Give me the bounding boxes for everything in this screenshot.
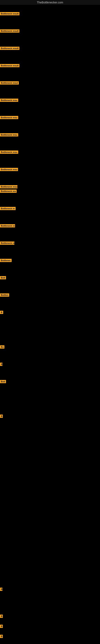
result-badge: Bottleneck re	[0, 224, 15, 228]
result-item: Bottleneck resu	[0, 116, 18, 120]
result-item: Bottlenec	[0, 259, 12, 263]
result-item: Bottleneck re	[0, 242, 14, 246]
result-badge: Bottleneck res	[0, 190, 17, 193]
result-badge: Bottleneck resu	[0, 168, 18, 171]
result-badge: Bottleneck resu	[0, 185, 17, 188]
result-badge: Bottleneck re	[0, 207, 16, 210]
result-badge: B	[0, 614, 3, 618]
result-badge: Bott	[0, 380, 6, 383]
result-item: Bott	[0, 380, 6, 384]
result-badge: B	[0, 311, 3, 314]
result-item: B	[0, 588, 2, 592]
result-item: Bottleneck resu	[0, 98, 18, 103]
result-badge: Bottleneck resu	[0, 133, 18, 136]
result-badge: Bottlen	[0, 294, 9, 297]
site-title: TheBottlenecker.com	[0, 0, 100, 5]
result-item: B	[0, 635, 3, 639]
result-badge: B	[0, 588, 2, 591]
result-badge: B	[0, 363, 2, 366]
result-item: Bott	[0, 276, 6, 280]
result-item: Bottlen	[0, 294, 9, 298]
result-badge: B	[0, 635, 3, 638]
result-item: Bottleneck result	[0, 12, 19, 16]
result-badge: Bottlenec	[0, 259, 12, 262]
result-badge: Bottleneck result	[0, 12, 19, 15]
result-item: Bottleneck re	[0, 207, 16, 211]
result-badge: Bottleneck result	[0, 47, 19, 50]
result-item: Bottleneck res	[0, 190, 17, 194]
result-badge: Bottleneck resu	[0, 150, 18, 154]
result-badge: B	[0, 625, 3, 628]
result-item: B	[0, 363, 2, 367]
result-badge: Bottleneck resu	[0, 116, 18, 119]
result-item: Bottleneck resu	[0, 150, 18, 154]
result-item: B	[0, 414, 3, 418]
result-item: Bottleneck resu	[0, 185, 17, 189]
result-item: Bo	[0, 345, 4, 349]
results-container: Bottleneck resultBottleneck resultBottle…	[0, 5, 100, 644]
result-badge: Bottleneck result	[0, 30, 19, 32]
result-item: B	[0, 625, 3, 629]
result-item: Bottleneck resul	[0, 81, 19, 85]
result-item: B	[0, 614, 3, 619]
result-item: Bottleneck re	[0, 224, 15, 228]
result-badge: Bottleneck re	[0, 242, 14, 245]
result-badge: Bottleneck resul	[0, 81, 19, 84]
result-badge: Bott	[0, 276, 6, 279]
result-item: Bottleneck resu	[0, 168, 18, 172]
result-item: Bottleneck result	[0, 47, 19, 51]
result-badge: Bottleneck resu	[0, 98, 18, 102]
result-item: B	[0, 311, 3, 315]
result-badge: Bottleneck result	[0, 64, 19, 67]
result-badge: B	[0, 414, 3, 418]
result-item: Bottleneck result	[0, 64, 19, 68]
result-badge: Bo	[0, 345, 4, 348]
result-item: Bottleneck result	[0, 30, 19, 34]
result-item: Bottleneck resu	[0, 133, 18, 137]
